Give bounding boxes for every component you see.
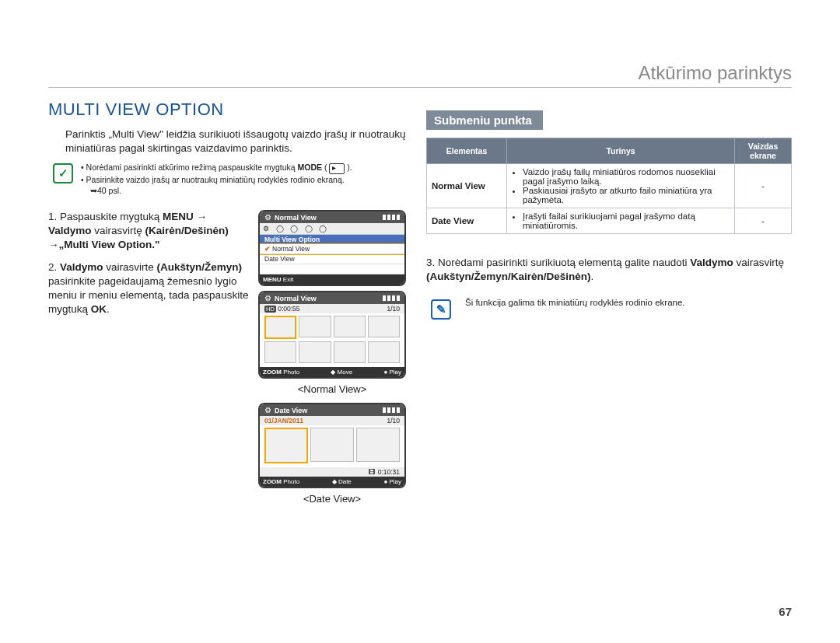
figure-label-normal: <Normal View> (258, 383, 406, 395)
thumbnail (334, 341, 366, 363)
table-row: Date View Įrašyti failai surikiuojami pa… (427, 208, 792, 234)
thumbnail (356, 428, 400, 462)
thumbnail (264, 428, 308, 463)
submenu-heading: Submeniu punkta (426, 110, 543, 130)
table-row: Normal View Vaizdo įrašų failų miniatiūr… (427, 164, 792, 208)
thumbnail (310, 428, 354, 462)
chapter-title: Atkūrimo parinktys (639, 62, 792, 84)
figure-normal-view: ⚙ Normal View HD 0:00:55 1/10 (258, 291, 406, 379)
gear-icon: ⚙ (264, 213, 271, 222)
menu-header: Multi View Option (260, 235, 404, 244)
mode-button-icon (329, 163, 345, 174)
precheck-bullets: Norėdami pasirinkti atkūrimo režimą pasp… (81, 162, 352, 196)
figure-date-view: ⚙ Date View 01/JAN/2011 1/10 (258, 403, 406, 488)
header-rule (48, 87, 792, 88)
table-header-content: Turinys (507, 138, 735, 164)
battery-icon (383, 295, 400, 301)
info-note: ✎ Ši funkcija galima tik miniatiūrų rody… (431, 298, 792, 320)
section-heading: MULTI VIEW OPTION (48, 100, 414, 120)
menu-item-normal-view: ✔Normal View (260, 244, 404, 254)
menu-icon-strip: ⚙ ◯ ◯ ◯ ◯ (260, 223, 404, 235)
gear-icon: ⚙ (264, 406, 271, 414)
thumbnail (299, 316, 331, 337)
thumbnail (264, 316, 296, 339)
menu-item-empty (260, 264, 404, 274)
step-2: 2. Valdymo vairasvirte (Aukštyn/Žemyn) p… (48, 260, 250, 317)
precheck-note: ✓ Norėdami pasirinkti atkūrimo režimą pa… (53, 162, 414, 196)
gear-icon: ⚙ (264, 294, 271, 302)
thumbnail (368, 341, 400, 363)
intro-text: Parinktis „Multi View" leidžia surikiuot… (65, 128, 414, 156)
step-1: 1. Paspauskite mygtuką MENU → Valdymo va… (48, 210, 250, 253)
info-icon: ✎ (431, 299, 451, 320)
thumbnail (299, 341, 331, 363)
steps-text: 1. Paspauskite mygtuką MENU → Valdymo va… (48, 210, 250, 512)
thumbnail (334, 316, 366, 337)
table-header-image: Vaizdas ekrane (735, 138, 792, 164)
checkmark-icon: ✓ (53, 163, 73, 183)
figure-menu: ⚙ Normal View ⚙ ◯ ◯ ◯ ◯ Multi View Optio… (258, 210, 406, 286)
step-3: 3. Norėdami pasirinkti surikiuotą elemen… (426, 256, 792, 284)
thumbnail (368, 316, 400, 337)
battery-icon (383, 407, 400, 413)
figure-label-date: <Date View> (258, 493, 406, 505)
thumbnail (264, 341, 296, 363)
battery-icon (383, 215, 400, 220)
menu-item-date-view: Date View (260, 254, 404, 264)
table-header-element: Elementas (427, 138, 507, 164)
submenu-table: Elementas Turinys Vaizdas ekrane Normal … (426, 138, 792, 234)
page-number: 67 (779, 605, 792, 618)
info-note-text: Ši funkcija galima tik miniatiūrų rodykl… (465, 298, 685, 307)
